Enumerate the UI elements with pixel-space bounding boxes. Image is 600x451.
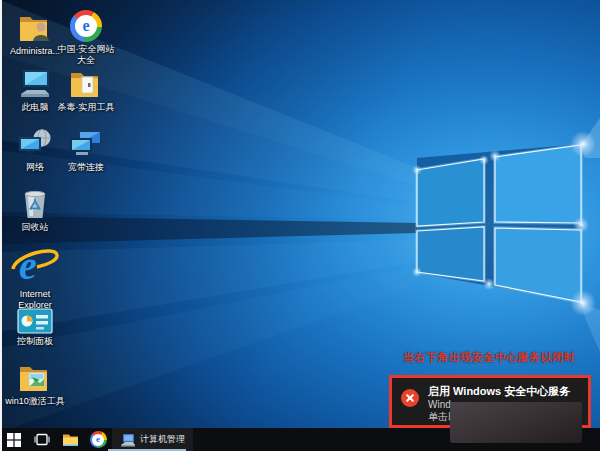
start-icon [7,433,21,447]
desktop-icon-control-panel[interactable]: 控制面板 [6,306,64,347]
error-x-icon [401,389,419,407]
desktop-icon-label: Administra... [10,46,60,57]
desktop-icon-antivirus-utilities[interactable]: 杀毒·实用工具 [54,64,118,113]
taskbar-app-label: 计算机管理 [140,433,185,446]
folder-icon [69,64,103,100]
user-folder-icon [18,8,52,44]
desktop-icon-label: 网络 [26,162,44,173]
notification-title: 启用 Windows 安全中心服务 [428,384,584,399]
desktop-icon-label: 宽带连接 [68,162,104,173]
svg-text:e: e [19,243,37,287]
screenshot-left-border [0,0,2,451]
task-view-icon [34,433,50,446]
broadband-monitors-icon [68,124,104,160]
network-globe-icon [17,124,53,160]
desktop-icon-label: win10激活工具 [5,396,65,407]
desktop-icon-china-security-sites[interactable]: e 中国·安全网站大全 [54,6,118,66]
computer-management-icon [120,433,135,447]
start-button[interactable] [0,428,28,451]
file-explorer-button[interactable] [56,428,84,451]
desktop-icon-label: 中国·安全网站大全 [54,44,118,66]
windows-desktop: Administra... e 中国·安全网站大全 此电脑 [0,0,600,451]
taskbar-app-computer-management[interactable]: 计算机管理 [112,428,193,451]
desktop-icon-label: 杀毒·实用工具 [58,102,115,113]
control-panel-icon [17,306,53,334]
recycle-bin-icon [19,184,51,220]
desktop-icon-win10-activation[interactable]: win10激活工具 [4,358,66,407]
file-explorer-icon [62,433,79,447]
desktop-icon-label: 回收站 [22,222,49,233]
desktop-icon-label: 控制面板 [17,336,53,347]
desktop-icon-recycle-bin[interactable]: 回收站 [6,184,64,233]
desktop-icon-internet-explorer[interactable]: e Internet Explorer [6,241,64,311]
annotation-text: 当右下角出现安全中心服务以闭时 [396,350,582,365]
computer-icon [17,64,53,100]
browser-icon: e [90,431,107,448]
activation-folder-icon [18,358,52,394]
task-view-button[interactable] [28,428,56,451]
browser-button[interactable]: e [84,428,112,451]
desktop-icon-label: 此电脑 [22,102,49,113]
censor-overlay [450,402,582,443]
browser-ring-icon: e [70,6,102,42]
internet-explorer-icon: e [11,241,59,287]
desktop-icon-broadband[interactable]: 宽带连接 [54,124,118,173]
